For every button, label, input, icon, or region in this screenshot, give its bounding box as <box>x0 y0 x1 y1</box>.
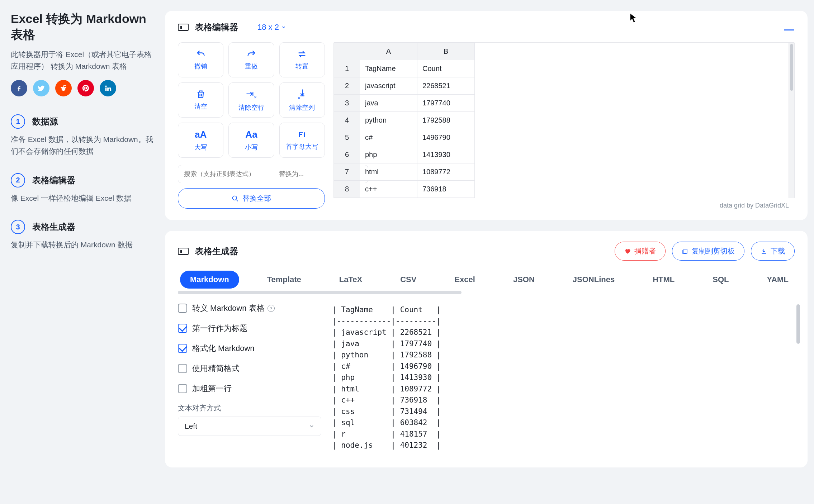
download-button[interactable]: 下载 <box>751 242 795 261</box>
row-header[interactable]: 2 <box>334 77 360 95</box>
clear-empty-rows-button[interactable]: ⇥× 清除空行 <box>228 82 274 118</box>
generator-options: 转义 Markdown 表格 ? 第一行作为标题 格式化 Markdown <box>178 303 321 451</box>
grid-corner[interactable] <box>334 43 360 60</box>
grid-cell[interactable]: 736918 <box>417 181 475 198</box>
download-icon <box>761 248 767 255</box>
grid-cell[interactable]: 1797740 <box>417 95 475 112</box>
first-row-header-checkbox[interactable] <box>178 324 187 333</box>
transpose-icon <box>297 49 307 59</box>
toolbar: 撤销 重做 转置 清空 <box>178 42 325 209</box>
tab-csv[interactable]: CSV <box>390 271 426 289</box>
format-markdown-checkbox[interactable] <box>178 344 187 353</box>
tab-markdown[interactable]: Markdown <box>180 271 239 289</box>
column-header[interactable]: A <box>360 43 417 60</box>
table-size-selector[interactable]: 18 x 2 <box>257 23 286 32</box>
search-input[interactable] <box>178 165 273 183</box>
row-header[interactable]: 6 <box>334 146 360 163</box>
grid-cell[interactable]: 1496790 <box>417 129 475 146</box>
step-number: 3 <box>11 220 25 234</box>
table-size-label: 18 x 2 <box>257 23 279 32</box>
output-code[interactable]: | TagName | Count | |------------|------… <box>332 303 795 451</box>
grid-cell[interactable]: java <box>360 95 417 112</box>
row-header[interactable]: 8 <box>334 181 360 198</box>
pinterest-icon <box>82 84 90 92</box>
column-header[interactable]: B <box>417 43 475 60</box>
share-facebook-button[interactable] <box>11 80 27 96</box>
svg-rect-5 <box>684 249 687 253</box>
undo-icon <box>196 49 206 59</box>
svg-point-4 <box>233 196 237 200</box>
row-header[interactable]: 3 <box>334 95 360 112</box>
escape-checkbox[interactable] <box>178 304 187 313</box>
tab-latex[interactable]: LaTeX <box>329 271 372 289</box>
grid-cell[interactable]: php <box>360 146 417 163</box>
copy-button[interactable]: 复制到剪切板 <box>672 242 744 261</box>
output-scrollbar[interactable] <box>795 303 801 451</box>
grid-credit: data grid by DataGridXL <box>333 198 795 209</box>
row-header[interactable]: 7 <box>334 163 360 181</box>
heart-icon <box>624 248 631 255</box>
grid-cell[interactable]: c# <box>360 129 417 146</box>
share-linkedin-button[interactable] <box>100 80 116 96</box>
grid-cell[interactable]: 1413930 <box>417 146 475 163</box>
share-twitter-button[interactable] <box>33 80 49 96</box>
tab-jsonlines[interactable]: JSONLines <box>563 271 625 289</box>
uppercase-icon: aA <box>195 129 207 140</box>
clear-rows-icon: ⇥× <box>246 88 257 100</box>
grid-scrollbar[interactable] <box>789 43 794 198</box>
undo-label: 撤销 <box>194 62 207 71</box>
help-icon[interactable]: ? <box>268 305 275 312</box>
undo-button[interactable]: 撤销 <box>178 42 223 77</box>
grid-scrollbar-thumb[interactable] <box>790 44 793 91</box>
grid-cell[interactable]: javascript <box>360 77 417 95</box>
tab-yaml[interactable]: YAML <box>757 271 795 289</box>
minimize-button[interactable]: — <box>784 24 794 35</box>
page-description: 此转换器用于将 Excel（或者其它电子表格应用程序） 转换为 Markdown… <box>11 49 154 72</box>
editor-title: 表格编辑器 <box>195 22 238 33</box>
tab-html[interactable]: HTML <box>643 271 685 289</box>
compact-label: 使用精简格式 <box>192 363 240 374</box>
grid-cell[interactable]: 2268521 <box>417 77 475 95</box>
transpose-button[interactable]: 转置 <box>279 42 325 77</box>
grid-cell[interactable]: html <box>360 163 417 181</box>
step-item[interactable]: 3 表格生成器 <box>11 220 154 234</box>
grid-cell[interactable]: python <box>360 112 417 129</box>
donate-button[interactable]: 捐赠者 <box>615 242 666 261</box>
share-pinterest-button[interactable] <box>77 80 94 96</box>
bold-first-row-checkbox[interactable] <box>178 384 187 393</box>
capitalize-label: 首字母大写 <box>286 142 318 151</box>
uppercase-button[interactable]: aA 大写 <box>178 123 223 158</box>
share-reddit-button[interactable] <box>55 80 72 96</box>
tab-sql[interactable]: SQL <box>702 271 739 289</box>
step-item[interactable]: 1 数据源 <box>11 114 154 129</box>
row-header[interactable]: 5 <box>334 129 360 146</box>
grid-cell[interactable]: c++ <box>360 181 417 198</box>
row-header[interactable]: 1 <box>334 60 360 77</box>
grid-cell[interactable]: TagName <box>360 60 417 77</box>
redo-button[interactable]: 重做 <box>228 42 274 77</box>
clear-empty-cols-button[interactable]: ⇥× 清除空列 <box>279 82 325 118</box>
tabs-scrollbar-thumb[interactable] <box>178 291 462 294</box>
svg-point-2 <box>61 87 62 88</box>
capitalize-button[interactable]: 首字母大写 <box>279 123 325 158</box>
clear-button[interactable]: 清空 <box>178 82 223 118</box>
chevron-down-icon <box>281 25 286 30</box>
bold-first-row-label: 加粗第一行 <box>192 383 232 394</box>
grid-cell[interactable]: Count <box>417 60 475 77</box>
step-item[interactable]: 2 表格编辑器 <box>11 173 154 187</box>
grid-cell[interactable]: 1089772 <box>417 163 475 181</box>
lowercase-button[interactable]: Aa 小写 <box>228 123 274 158</box>
row-header[interactable]: 4 <box>334 112 360 129</box>
tab-excel[interactable]: Excel <box>444 271 485 289</box>
output-scrollbar-thumb[interactable] <box>796 304 800 344</box>
grid-cell[interactable]: 1792588 <box>417 112 475 129</box>
replace-all-button[interactable]: 替换全部 <box>178 188 325 209</box>
tab-template[interactable]: Template <box>257 271 311 289</box>
donate-label: 捐赠者 <box>634 246 656 256</box>
alignment-select[interactable]: Left <box>178 417 321 436</box>
tab-json[interactable]: JSON <box>503 271 545 289</box>
compact-checkbox[interactable] <box>178 364 187 373</box>
step-title: 数据源 <box>32 116 58 127</box>
data-grid[interactable]: AB1TagNameCount2javascript22685213java17… <box>333 42 795 198</box>
tabs-scrollbar[interactable] <box>178 291 795 294</box>
